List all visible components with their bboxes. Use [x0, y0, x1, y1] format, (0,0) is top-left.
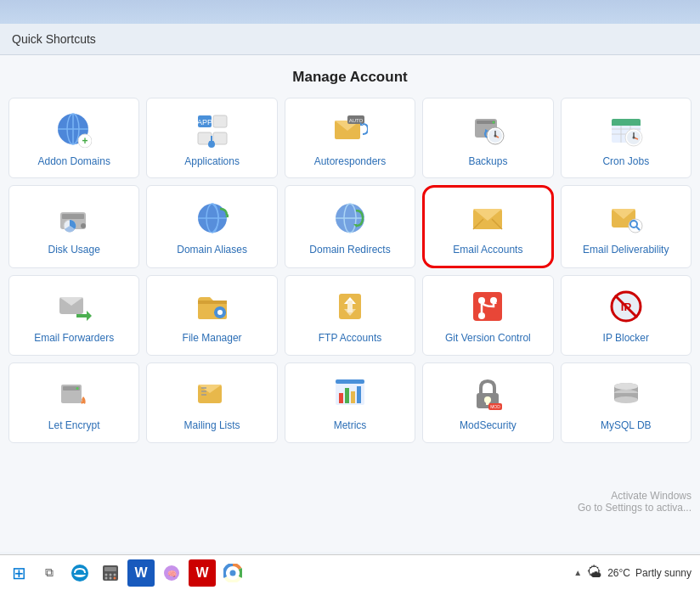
svg-point-114	[114, 573, 116, 576]
grid-item-addon-domains[interactable]: + Addon Domains	[8, 98, 139, 178]
svg-rect-67	[214, 312, 217, 313]
quick-shortcuts-label: Quick Shortcuts	[12, 32, 96, 46]
svg-rect-8	[213, 115, 227, 127]
grid-item-ip-blocker[interactable]: IP IP Blocker	[561, 275, 692, 356]
grid-item-ftp-accounts[interactable]: FTP Accounts	[285, 275, 415, 356]
svg-rect-95	[345, 388, 349, 403]
svg-point-26	[494, 134, 497, 137]
svg-rect-111	[104, 567, 116, 571]
let-encrypt-label: Let Encrypt	[48, 419, 100, 433]
taskbar-right: ▲ 🌤 26°C Partly sunny	[573, 564, 695, 582]
disk-usage-icon	[55, 199, 93, 237]
svg-text:MOD: MOD	[491, 404, 501, 409]
grid-item-mod-security[interactable]: MOD ModSecurity	[422, 362, 553, 443]
mailing-lists-label: Mailing Lists	[184, 419, 240, 433]
git-version-control-icon	[469, 288, 506, 325]
let-encrypt-icon	[55, 375, 93, 413]
svg-text:🧠: 🧠	[167, 569, 178, 579]
svg-point-108	[614, 383, 638, 390]
weather-icon: 🌤	[587, 564, 602, 582]
domain-redirects-icon	[331, 199, 369, 237]
metrics-icon	[331, 375, 369, 413]
domain-aliases-icon	[194, 199, 231, 237]
email-deliverability-label: Email Deliverability	[583, 244, 669, 257]
metrics-label: Metrics	[334, 419, 367, 433]
svg-point-107	[614, 396, 638, 403]
word-icon[interactable]: W	[127, 559, 155, 587]
mysql-db-label: MySQL DB	[601, 419, 652, 433]
addon-domains-icon: +	[55, 111, 93, 149]
calculator-icon[interactable]	[97, 559, 124, 587]
svg-point-42	[81, 223, 86, 228]
domain-aliases-label: Domain Aliases	[177, 244, 247, 257]
task-view-button[interactable]: ⧉	[36, 559, 63, 587]
svg-point-123	[230, 570, 236, 576]
grid-item-mailing-lists[interactable]: Mailing Lists	[146, 362, 277, 443]
section-title: Manage Account	[8, 69, 692, 86]
svg-point-21	[493, 121, 495, 123]
ip-blocker-icon: IP	[607, 288, 645, 325]
mailing-lists-icon	[194, 375, 231, 413]
svg-rect-97	[357, 386, 361, 403]
weather-temp: 26°C	[607, 567, 630, 579]
svg-rect-93	[336, 379, 364, 384]
mod-security-label: ModSecurity	[460, 419, 517, 433]
applications-label: Applications	[184, 155, 240, 169]
mysql-db-icon	[607, 375, 645, 413]
grid-item-disk-usage[interactable]: Disk Usage	[8, 185, 139, 268]
svg-point-85	[76, 387, 79, 390]
svg-point-112	[105, 573, 108, 576]
autoresponders-label: Autoresponders	[314, 155, 387, 169]
autoresponders-icon: AUTO	[331, 111, 369, 149]
system-tray-arrow[interactable]: ▲	[573, 568, 582, 577]
cron-jobs-icon	[607, 111, 645, 149]
icon-grid: + Addon Domains APP Applications	[8, 98, 692, 443]
email-accounts-icon	[469, 199, 506, 237]
grid-item-email-forwarders[interactable]: Email Forwarders	[8, 275, 139, 356]
svg-point-113	[110, 573, 112, 576]
email-accounts-label: Email Accounts	[453, 244, 522, 257]
svg-rect-96	[351, 391, 355, 403]
wordpad-icon[interactable]: W	[189, 559, 216, 587]
grid-item-let-encrypt[interactable]: Let Encrypt	[8, 362, 139, 443]
grid-item-git-version-control[interactable]: Git Version Control	[422, 275, 553, 356]
email-forwarders-icon	[55, 288, 93, 325]
quick-shortcuts-bar: Quick Shortcuts	[0, 24, 700, 55]
grid-item-backups[interactable]: Backups	[422, 98, 553, 178]
backups-icon	[469, 111, 506, 149]
edge-icon[interactable]	[66, 559, 93, 587]
brain-icon[interactable]: 🧠	[158, 559, 185, 587]
ip-blocker-label: IP Blocker	[603, 332, 649, 346]
cron-jobs-label: Cron Jobs	[602, 155, 649, 169]
mod-security-icon: MOD	[469, 375, 506, 413]
grid-item-autoresponders[interactable]: AUTO Autoresponders	[285, 98, 415, 178]
ftp-accounts-icon	[331, 288, 369, 325]
svg-point-115	[105, 576, 108, 579]
grid-item-applications[interactable]: APP Applications	[146, 98, 277, 178]
svg-text:APP: APP	[197, 118, 212, 126]
disk-usage-label: Disk Usage	[48, 244, 100, 257]
main-content: Manage Account + Addon Domains	[0, 55, 700, 552]
taskbar-left: ⊞ ⧉ W 🧠 W	[5, 559, 573, 587]
taskbar: ⊞ ⧉ W 🧠 W ▲ 🌤	[0, 554, 700, 590]
grid-item-email-accounts[interactable]: Email Accounts	[422, 185, 553, 268]
addon-domains-label: Addon Domains	[38, 155, 110, 169]
grid-item-email-deliverability[interactable]: Email Deliverability	[561, 185, 692, 268]
grid-item-domain-redirects[interactable]: Domain Redirects	[285, 185, 415, 268]
ftp-accounts-label: FTP Accounts	[319, 332, 381, 346]
file-manager-label: File Manager	[183, 332, 242, 346]
grid-item-mysql-db[interactable]: MySQL DB	[561, 362, 692, 443]
svg-point-116	[110, 576, 112, 579]
file-manager-icon	[194, 288, 231, 325]
grid-item-cron-jobs[interactable]: Cron Jobs	[561, 98, 692, 178]
start-button[interactable]: ⊞	[5, 559, 32, 587]
grid-item-file-manager[interactable]: File Manager	[146, 275, 277, 356]
svg-rect-68	[223, 312, 226, 313]
chrome-icon[interactable]	[219, 559, 246, 587]
weather-condition: Partly sunny	[635, 567, 692, 579]
svg-text:AUTO: AUTO	[349, 118, 364, 123]
grid-item-metrics[interactable]: Metrics	[285, 362, 415, 443]
svg-rect-41	[62, 214, 84, 219]
svg-point-64	[217, 310, 223, 315]
grid-item-domain-aliases[interactable]: Domain Aliases	[146, 185, 277, 268]
